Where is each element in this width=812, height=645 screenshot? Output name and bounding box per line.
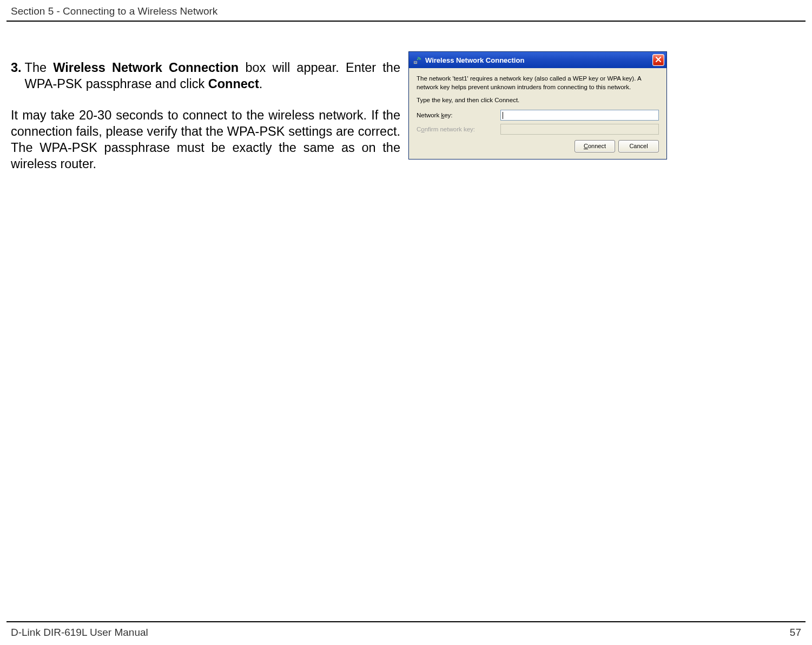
titlebar-left: Wireless Network Connection	[413, 56, 524, 64]
wireless-icon	[413, 56, 422, 64]
connect-mnemonic: C	[584, 143, 588, 149]
svg-rect-1	[414, 62, 417, 63]
page-header: Section 5 - Connecting to a Wireless Net…	[0, 0, 812, 21]
connect-button[interactable]: Connect	[575, 140, 615, 152]
instruction-block: 3. The Wireless Network Connection box w…	[11, 59, 400, 172]
step-text: The Wireless Network Connection box will…	[25, 59, 400, 92]
wireless-connection-dialog: Wireless Network Connection The network …	[408, 51, 667, 159]
confirm-key-row: Confirm network key:	[417, 124, 659, 135]
close-button[interactable]	[652, 54, 664, 66]
step-text-post: .	[259, 77, 263, 91]
step-bold-1: Wireless Network Connection	[53, 61, 239, 75]
label-pre: Network	[417, 112, 441, 118]
text-cursor	[503, 112, 503, 119]
footer-divider	[6, 621, 806, 622]
network-key-label: Network key:	[417, 112, 500, 118]
step-bold-2: Connect	[208, 77, 259, 91]
connect-rest: onnect	[588, 143, 606, 149]
svg-point-2	[417, 59, 418, 60]
close-icon	[655, 56, 662, 64]
network-key-row: Network key:	[417, 110, 659, 121]
cancel-button[interactable]: Cancel	[618, 140, 659, 152]
manual-name: D-Link DIR-619L User Manual	[11, 627, 148, 639]
dialog-message-2: Type the key, and then click Connect.	[417, 97, 659, 103]
confirm-key-label: Confirm network key:	[417, 126, 500, 132]
dialog-title: Wireless Network Connection	[425, 56, 524, 64]
page-number: 57	[790, 627, 801, 639]
content-area: 3. The Wireless Network Connection box w…	[0, 22, 812, 172]
label-post: ey:	[444, 112, 452, 118]
paragraph-2: It may take 20-30 seconds to connect to …	[11, 107, 400, 172]
section-title: Section 5 - Connecting to a Wireless Net…	[11, 5, 217, 17]
step-text-pre: The	[25, 61, 54, 75]
network-key-input[interactable]	[500, 110, 659, 121]
step-3: 3. The Wireless Network Connection box w…	[11, 59, 400, 92]
confirm-key-input	[500, 124, 659, 135]
dialog-button-row: Connect Cancel	[417, 140, 659, 152]
confirm-post: nfirm network key:	[425, 126, 475, 132]
dialog-body: The network 'test1' requires a network k…	[409, 68, 666, 159]
page-footer: D-Link DIR-619L User Manual 57	[11, 627, 801, 639]
step-number: 3.	[11, 59, 22, 92]
dialog-titlebar[interactable]: Wireless Network Connection	[409, 52, 666, 68]
dialog-message-1: The network 'test1' requires a network k…	[417, 75, 659, 91]
